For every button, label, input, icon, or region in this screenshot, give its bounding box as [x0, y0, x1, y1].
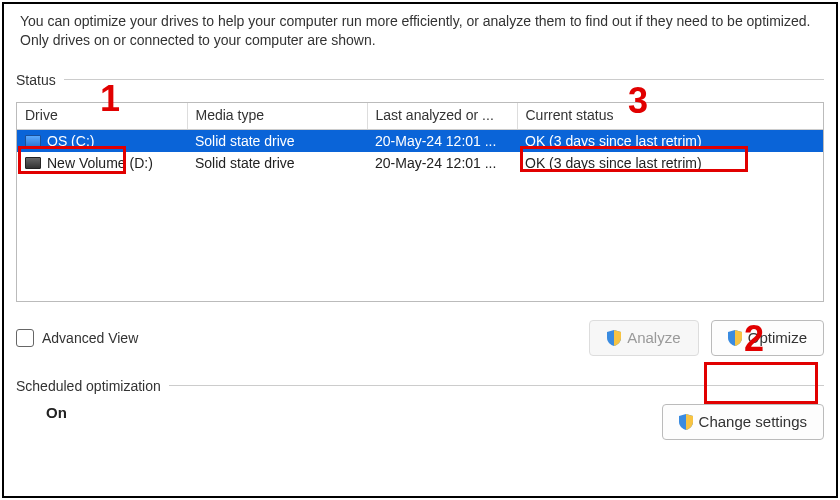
divider: [169, 385, 824, 386]
drives-table[interactable]: Drive Media type Last analyzed or ... Cu…: [16, 102, 824, 302]
table-header-row: Drive Media type Last analyzed or ... Cu…: [17, 103, 823, 130]
media-type: Solid state drive: [187, 129, 367, 152]
drive-icon: [25, 157, 41, 169]
change-settings-button[interactable]: Change settings: [662, 404, 824, 440]
shield-icon: [679, 414, 693, 430]
divider: [64, 79, 824, 80]
media-type: Solid state drive: [187, 152, 367, 174]
drive-icon: [25, 135, 41, 147]
scheduled-section-label: Scheduled optimization: [16, 378, 824, 394]
scheduled-state: On: [46, 404, 67, 421]
table-row[interactable]: OS (C:) Solid state drive 20-May-24 12:0…: [17, 129, 823, 152]
col-media[interactable]: Media type: [187, 103, 367, 130]
intro-text: You can optimize your drives to help you…: [16, 4, 824, 50]
last-analyzed: 20-May-24 12:01 ...: [367, 152, 517, 174]
col-drive[interactable]: Drive: [17, 103, 187, 130]
scheduled-label-text: Scheduled optimization: [16, 378, 161, 394]
last-analyzed: 20-May-24 12:01 ...: [367, 129, 517, 152]
status-section-label: Status: [16, 72, 824, 88]
drive-name: New Volume (D:): [47, 155, 153, 171]
optimize-label: Optimize: [748, 329, 807, 346]
status-label-text: Status: [16, 72, 56, 88]
analyze-label: Analyze: [627, 329, 680, 346]
advanced-view-checkbox[interactable]: Advanced View: [16, 329, 138, 347]
change-settings-label: Change settings: [699, 413, 807, 430]
current-status: OK (3 days since last retrim): [517, 152, 823, 174]
optimize-button[interactable]: Optimize: [711, 320, 824, 356]
current-status: OK (3 days since last retrim): [517, 129, 823, 152]
advanced-view-label: Advanced View: [42, 330, 138, 346]
col-status[interactable]: Current status: [517, 103, 823, 130]
col-last[interactable]: Last analyzed or ...: [367, 103, 517, 130]
shield-icon: [728, 330, 742, 346]
shield-icon: [607, 330, 621, 346]
analyze-button: Analyze: [589, 320, 699, 356]
checkbox-icon: [16, 329, 34, 347]
drive-name: OS (C:): [47, 133, 94, 149]
table-row[interactable]: New Volume (D:) Solid state drive 20-May…: [17, 152, 823, 174]
